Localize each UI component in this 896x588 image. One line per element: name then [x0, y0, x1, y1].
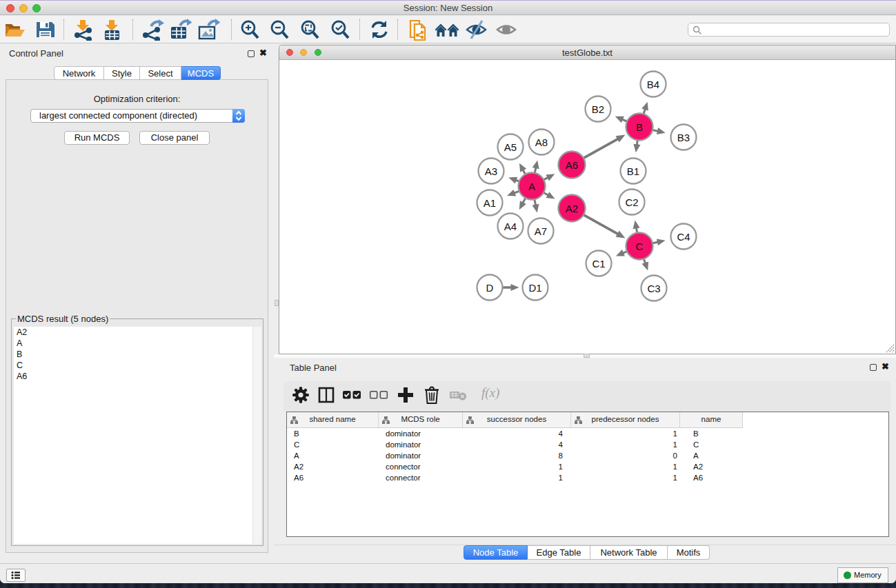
svg-text:A7: A7 — [535, 225, 547, 237]
svg-text:A5: A5 — [504, 141, 517, 153]
svg-text:C1: C1 — [592, 258, 605, 270]
svg-text:A2: A2 — [566, 203, 578, 214]
svg-text:C: C — [636, 241, 644, 252]
svg-text:A: A — [528, 181, 535, 192]
svg-text:A1: A1 — [484, 197, 496, 209]
svg-text:A4: A4 — [504, 221, 517, 232]
svg-text:C4: C4 — [677, 231, 690, 243]
svg-text:C2: C2 — [625, 196, 638, 208]
svg-text:A3: A3 — [485, 165, 497, 177]
svg-text:D1: D1 — [528, 282, 541, 294]
svg-text:C3: C3 — [647, 283, 660, 294]
svg-text:A6: A6 — [566, 159, 578, 171]
svg-text:B2: B2 — [592, 103, 604, 115]
svg-text:A8: A8 — [535, 136, 548, 148]
svg-text:B4: B4 — [647, 79, 659, 90]
svg-text:B: B — [636, 121, 643, 133]
svg-text:B3: B3 — [677, 132, 690, 143]
svg-text:D: D — [486, 282, 494, 294]
svg-text:B1: B1 — [627, 165, 639, 177]
